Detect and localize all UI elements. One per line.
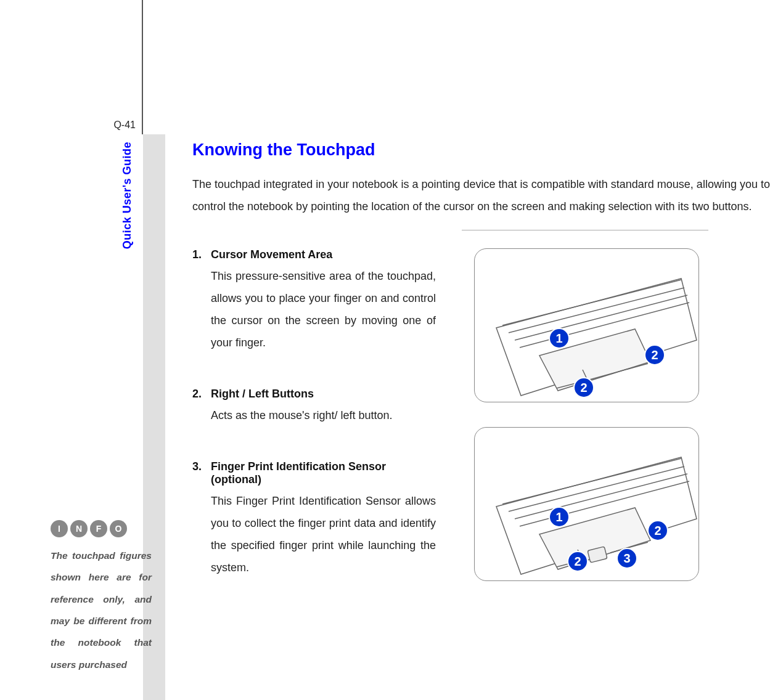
info-icon-i: I [51,520,68,537]
list-item-1: 1. Cursor Movement Area This pressure-se… [192,248,436,354]
callout-badge-2-left: 2 [573,377,594,398]
item-1-number: 1. [192,248,211,261]
body-row: 1. Cursor Movement Area This pressure-se… [192,248,770,612]
info-note: I N F O The touchpad figures shown here … [51,520,152,675]
numbered-list: 1. Cursor Movement Area This pressure-se… [192,248,436,612]
figure-column: 1 2 2 [462,248,708,612]
info-icon-f: F [90,520,107,537]
item-3-title: Finger Print Identification Sensor (opti… [211,460,436,486]
callout-badge-1: 1 [549,507,570,527]
callout-badge-1: 1 [549,328,570,349]
info-icon-n: N [70,520,88,537]
item-2-number: 2. [192,388,211,401]
list-item-2: 2. Right / Left Buttons Acts as the mous… [192,388,436,426]
main-content: Knowing the Touchpad The touchpad integr… [192,140,770,612]
page-number: Q-41 [113,120,136,131]
callout-badge-3: 3 [616,548,637,569]
intro-paragraph: The touchpad integrated in your notebook… [192,173,770,218]
page-number-area: Q-41 [0,0,143,134]
item-1-title: Cursor Movement Area [211,248,436,261]
item-2-title: Right / Left Buttons [211,388,436,401]
info-note-text: The touchpad figures shown here are for … [51,545,152,675]
page-title: Knowing the Touchpad [192,140,770,160]
item-3-number: 3. [192,460,211,486]
list-item-3: 3. Finger Print Identification Sensor (o… [192,460,436,579]
laptop-illustration-2 [484,433,706,579]
item-1-body: This pressure-sensitive area of the touc… [211,265,436,354]
touchpad-figure-2: 1 2 2 3 [474,427,699,581]
item-3-body: This Finger Print Identification Sensor … [211,490,436,579]
figure-divider [462,230,708,230]
touchpad-figure-1: 1 2 2 [474,248,699,402]
info-icon-row: I N F O [51,520,152,537]
vertical-section-title: Quick User's Guide [121,142,137,249]
callout-badge-2-left: 2 [567,551,588,572]
laptop-illustration-1 [484,254,706,401]
info-icon-o: O [110,520,127,537]
callout-badge-2-right: 2 [647,520,668,541]
item-2-body: Acts as the mouse's right/ left button. [211,404,436,426]
callout-badge-2-right: 2 [644,344,665,365]
